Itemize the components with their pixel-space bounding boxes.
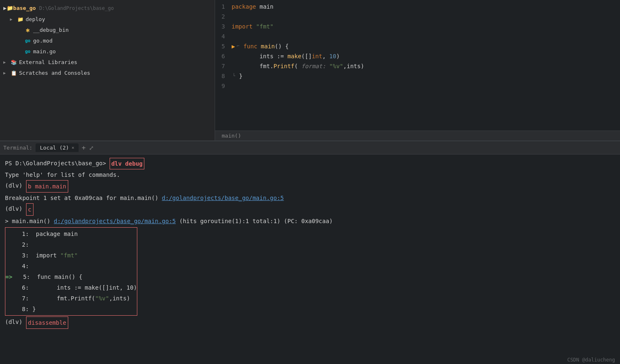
fn-printf: Printf	[273, 61, 294, 71]
bottom-bar: CSDN @daliucheng	[0, 356, 620, 364]
code-line-6: ints := make([]int, 10)	[232, 51, 620, 61]
term-code-3: 3: import "fmt"	[5, 250, 137, 261]
top-section: ▶ 📁 base_go D:\GolandProjects\base_go ▶ …	[0, 0, 620, 140]
type-hint-format: format:	[302, 61, 326, 71]
kw-func: func	[243, 41, 257, 51]
main-go-icon: go	[24, 48, 31, 55]
editor-footer: main()	[215, 131, 620, 140]
term-goroutine-info: (hits goroutine(1):1 total:1) (PC: 0xa09…	[176, 216, 333, 226]
root-folder-icon: 📁	[7, 4, 13, 13]
code-line-8: └ }	[232, 71, 620, 81]
terminal-close-btn[interactable]: ×	[72, 145, 74, 150]
credit-text: CSDN @daliucheng	[567, 357, 615, 363]
terminal-tab-name: Local (2)	[40, 145, 69, 151]
term-fmt-str-2: "%v"	[95, 293, 109, 304]
scratches-icon: 📋	[10, 69, 17, 77]
term-cmd-c: c	[26, 203, 34, 216]
sidebar-item-scratches[interactable]: ▶ 📋 Scratches and Consoles	[0, 68, 215, 79]
terminal-tabs: Terminal: Local (2) × + ⤢	[0, 141, 620, 155]
pkg-fmt: fmt	[259, 61, 270, 71]
terminal-tab-local[interactable]: Local (2) ×	[36, 143, 78, 152]
term-output-help: Type 'help' for list of commands.	[5, 169, 120, 180]
term-cmd-b-main: b main.main	[26, 180, 69, 193]
sidebar-item-deploy[interactable]: ▶ 📁 deploy	[0, 14, 215, 25]
go-mod-icon: go	[24, 37, 31, 45]
fn-make: make	[287, 51, 302, 61]
term-code-2: 2:	[5, 239, 137, 250]
kw-int: int	[312, 51, 322, 61]
deploy-folder-icon: 📁	[17, 16, 24, 23]
term-bp-text: Breakpoint 1 set at 0xa09caa for main.ma…	[5, 193, 162, 203]
term-dlv-3: (dlv)	[5, 316, 26, 327]
scratches-arrow: ▶	[3, 69, 10, 78]
term-fmt-str: "fmt"	[60, 250, 78, 261]
pkg-main: main	[259, 2, 273, 12]
code-line-9	[232, 81, 620, 91]
code-line-2	[232, 12, 620, 21]
term-line-3: (dlv) b main.main	[5, 180, 615, 193]
term-line-2: Type 'help' for list of commands.	[5, 169, 615, 180]
term-cmd-disasm: disassemble	[26, 316, 69, 329]
breakpoint-arrow: ▶	[232, 41, 235, 51]
deploy-label: deploy	[26, 15, 45, 24]
term-arrow-indicator: =>	[5, 271, 12, 282]
line-numbers: 1 2 3 4 5 6 7 8 9	[215, 2, 232, 131]
editor-footer-text: main()	[222, 133, 241, 139]
sidebar-item-go-mod[interactable]: go go.mod	[0, 36, 215, 46]
scratches-label: Scratches and Consoles	[19, 69, 90, 78]
sidebar-root-item[interactable]: ▶ 📁 base_go D:\GolandProjects\base_go	[0, 2, 215, 14]
ext-libs-label: External Libraries	[19, 58, 77, 67]
punc-5: () {	[275, 41, 289, 51]
term-line-4: Breakpoint 1 set at 0xa09caa for main.ma…	[5, 193, 615, 203]
term-code-1: 1: package main	[5, 228, 137, 239]
ext-libs-arrow: ▶	[3, 58, 10, 67]
app-container: ▶ 📁 base_go D:\GolandProjects\base_go ▶ …	[0, 0, 620, 364]
fold-gutter-8: └	[232, 71, 238, 81]
code-area: package main import "fmt" ▶ ⌐ func main(	[232, 2, 620, 131]
sidebar-item-debug-bin[interactable]: ✱ __debug_bin	[0, 25, 215, 36]
terminal-plus-btn[interactable]: +	[82, 144, 86, 152]
terminal-body[interactable]: PS D:\GolandProjects\base_go> dlv debug …	[0, 155, 620, 356]
fn-main: main	[261, 41, 275, 51]
term-code-8: 8: }	[5, 304, 137, 314]
fold-gutter-5: ⌐	[237, 41, 242, 51]
var-ints: ints	[259, 51, 273, 61]
str-format: "%v"	[329, 61, 343, 71]
code-line-1: package main	[232, 2, 620, 12]
term-link-main[interactable]: d:/golandprojects/base_go/main.go:5	[54, 216, 176, 226]
term-dlv-2: (dlv)	[5, 203, 26, 214]
sidebar: ▶ 📁 base_go D:\GolandProjects\base_go ▶ …	[0, 0, 215, 140]
debug-bin-icon: ✱	[24, 26, 31, 34]
kw-package: package	[232, 2, 256, 12]
term-code-6: 6: ints := make([]int, 10)	[5, 282, 137, 293]
term-line-disasm: (dlv) disassemble	[5, 316, 615, 329]
terminal-section: Terminal: Local (2) × + ⤢ PS D:\GolandPr…	[0, 140, 620, 356]
term-line-1: PS D:\GolandProjects\base_go> dlv debug	[5, 158, 615, 169]
str-fmt: "fmt"	[256, 21, 273, 31]
term-line-6: > main.main() d:/golandprojects/base_go/…	[5, 216, 615, 226]
sidebar-item-external-libs[interactable]: ▶ 📚 External Libraries	[0, 57, 215, 68]
term-code-7: 7: fmt.Printf("%v",ints)	[5, 293, 137, 304]
num-10: 10	[329, 51, 336, 61]
term-code-4: 4:	[5, 261, 137, 271]
term-arrow-main: > main.main()	[5, 216, 54, 226]
root-name: base_go	[13, 4, 36, 13]
editor-content: 1 2 3 4 5 6 7 8 9 package main	[215, 0, 620, 131]
code-line-4	[232, 31, 620, 41]
editor-panel: 1 2 3 4 5 6 7 8 9 package main	[215, 0, 620, 140]
term-prompt-1: PS D:\GolandProjects\base_go>	[5, 158, 110, 169]
term-link-bp[interactable]: d:/golandprojects/base_go/main.go:5	[162, 193, 284, 203]
term-cmd-dlv: dlv debug	[110, 158, 144, 169]
term-line-5: (dlv) c	[5, 203, 615, 216]
root-path: D:\GolandProjects\base_go	[39, 4, 114, 13]
deploy-arrow: ▶	[10, 15, 17, 24]
var-ints-2: ints	[347, 61, 361, 71]
term-code-5-arrow: =>5: func main() {	[5, 271, 137, 282]
term-code-box: 1: package main 2: 3: import "fmt" 4: =>…	[5, 227, 137, 316]
code-line-5: ▶ ⌐ func main() {	[232, 41, 620, 51]
sidebar-item-main-go[interactable]: go main.go	[0, 46, 215, 57]
kw-import: import	[232, 21, 253, 31]
terminal-expand-btn[interactable]: ⤢	[89, 145, 94, 151]
debug-bin-label: __debug_bin	[33, 26, 69, 35]
code-line-3: import "fmt"	[232, 21, 620, 31]
